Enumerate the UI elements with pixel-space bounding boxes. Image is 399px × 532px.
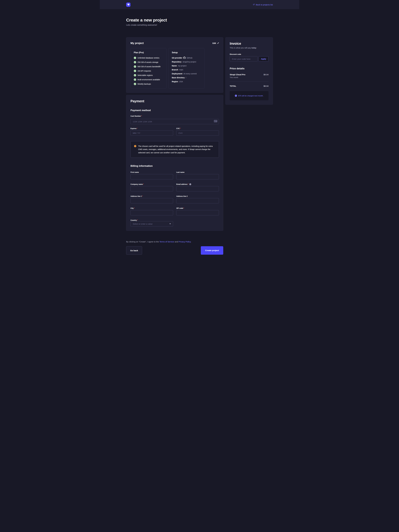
setup-row-value: / xyxy=(186,76,186,79)
setup-row-value: GitHub xyxy=(187,57,192,59)
plan-box: Plan (Pro) Unlimited database entries 25… xyxy=(131,48,166,89)
email-info-icon[interactable] xyxy=(189,183,191,185)
zip-label: ZIP code * xyxy=(176,207,219,209)
setup-row-name: Name my-project xyxy=(172,65,201,67)
expires-field-group: Expires * xyxy=(131,128,173,136)
expires-label: Expires * xyxy=(131,128,173,129)
check-circle-icon xyxy=(134,74,136,76)
required-asterisk: * xyxy=(141,115,142,117)
back-arrow-icon: ↺ xyxy=(253,4,255,6)
plan-feature-item: 250 GB of assets storage xyxy=(134,61,163,63)
plan-feature-list: Unlimited database entries 250 GB of ass… xyxy=(134,57,163,85)
app-header: ↺ Back to projects list xyxy=(100,0,299,9)
create-project-button[interactable]: Create project xyxy=(201,246,223,255)
country-label-text: Country xyxy=(131,219,137,221)
setup-row-label: Repository xyxy=(172,61,181,63)
cvc-field-group: CVC * xyxy=(176,128,219,136)
address2-input[interactable] xyxy=(176,198,219,203)
invoice-line-item: Strapi Cloud Pro This month $8.04 xyxy=(230,73,268,78)
check-circle-icon xyxy=(134,57,136,59)
chevron-down-icon xyxy=(170,223,171,224)
check-circle-icon xyxy=(134,65,136,68)
back-to-projects-link[interactable]: ↺ Back to projects list xyxy=(253,4,273,6)
address1-label-text: Address line 1 xyxy=(131,195,142,197)
address2-label: Address line 2 xyxy=(176,195,219,197)
expires-input[interactable] xyxy=(131,130,173,136)
email-input[interactable] xyxy=(176,186,219,191)
plan-feature-item: 500 GB of assets bandwidth xyxy=(134,65,163,68)
setup-row-label: Base directory xyxy=(172,76,185,79)
terms-prefix: By clicking on "Create", I agree to the xyxy=(126,241,159,243)
setup-row-repository: Repository strapi/my-project xyxy=(172,61,201,63)
card-number-input[interactable] xyxy=(131,119,219,124)
line-item-amount: $8.04 xyxy=(263,73,268,76)
first-name-label-text: First name xyxy=(131,171,139,173)
company-name-label: Company name * xyxy=(131,183,173,185)
required-asterisk: * xyxy=(134,207,135,209)
cvc-input[interactable] xyxy=(176,130,219,136)
discount-code-input[interactable] xyxy=(230,56,258,62)
invoice-subtitle-text: This is what you will pay xyxy=(230,47,251,49)
payment-card: Payment Payment method Card Number * xyxy=(126,95,223,231)
address2-label-text: Address line 2 xyxy=(176,195,188,197)
line-item-name: Strapi Cloud Pro xyxy=(230,73,245,76)
country-select[interactable]: Select or enter a value xyxy=(131,221,173,227)
edit-button-label: Edit xyxy=(213,42,216,44)
terms-of-service-link[interactable]: Terms of Service xyxy=(159,241,174,243)
company-name-input[interactable] xyxy=(131,186,173,191)
setup-row-base-directory: Base directory / xyxy=(172,76,201,79)
address1-input[interactable] xyxy=(131,198,173,203)
first-name-field-group: First name xyxy=(131,171,173,179)
setup-box: Setup Git provider GitHub Repository xyxy=(169,48,204,89)
strapi-cloud-logo[interactable] xyxy=(126,2,131,7)
invoice-title: Invoice xyxy=(230,42,268,45)
total-amount: $8.04 xyxy=(263,85,268,87)
page-subtitle: Lets create something awesome! xyxy=(126,24,273,26)
back-link-label: Back to projects list xyxy=(256,4,273,6)
cvc-label: CVC * xyxy=(176,128,219,129)
first-name-input[interactable] xyxy=(131,174,173,179)
feature-label: 1M API requests xyxy=(137,70,151,72)
apply-discount-button[interactable]: Apply xyxy=(259,56,268,62)
plan-feature-item: Unlimited database entries xyxy=(134,57,163,59)
email-field-group: Email address * xyxy=(176,183,219,191)
last-name-input[interactable] xyxy=(176,174,219,179)
setup-row-git-provider: Git provider GitHub xyxy=(172,57,201,59)
edit-project-button[interactable]: Edit xyxy=(213,42,219,44)
price-details-title: Price details xyxy=(230,67,268,70)
setup-row-deployment: Deployment At every commit xyxy=(172,73,201,75)
page-head: Create a new project Lets create somethi… xyxy=(126,9,273,26)
address1-label: Address line 1 * xyxy=(131,195,173,197)
expires-label-text: Expires xyxy=(131,128,137,129)
setup-row-region: Region USA xyxy=(172,81,201,83)
next-month-charge-text: $75 will be charged next month. xyxy=(238,95,263,97)
zip-field-group: ZIP code * xyxy=(176,207,219,215)
credit-card-icon xyxy=(214,120,217,122)
feature-label: Multi-environment available xyxy=(137,79,160,81)
country-label: Country * xyxy=(131,219,173,221)
billing-information-title: Billing information xyxy=(131,165,219,167)
setup-row-label: Branch xyxy=(172,69,178,71)
card-usage-notice-text: The chosen card will be used for all pro… xyxy=(138,145,215,154)
address2-field-group: Address line 2 xyxy=(176,195,219,203)
go-back-button[interactable]: Go back xyxy=(126,246,142,255)
required-asterisk: * xyxy=(143,183,144,185)
payment-method-title: Payment method xyxy=(131,109,219,112)
billing-form: First name Last name Company name * xyxy=(131,171,219,227)
setup-row-label: Git provider xyxy=(172,57,182,59)
page-title: Create a new project xyxy=(126,18,273,23)
privacy-policy-link[interactable]: Privacy Policy xyxy=(178,241,191,243)
terms-suffix: . xyxy=(191,241,191,243)
setup-row-label: Region xyxy=(172,81,178,83)
setup-row-label: Deployment xyxy=(172,73,182,75)
warning-icon xyxy=(134,145,136,147)
required-asterisk: * xyxy=(188,183,188,185)
invoice-subtitle-emphasis: today xyxy=(251,47,256,49)
plan-feature-item: Multi-environment available xyxy=(134,78,163,81)
city-input[interactable] xyxy=(131,210,173,215)
plan-feature-item: Weekly backups xyxy=(134,83,163,85)
zip-input[interactable] xyxy=(176,210,219,215)
discount-code-label: Discount code xyxy=(230,53,268,55)
required-asterisk: * xyxy=(137,219,138,221)
required-asterisk: * xyxy=(180,128,181,129)
